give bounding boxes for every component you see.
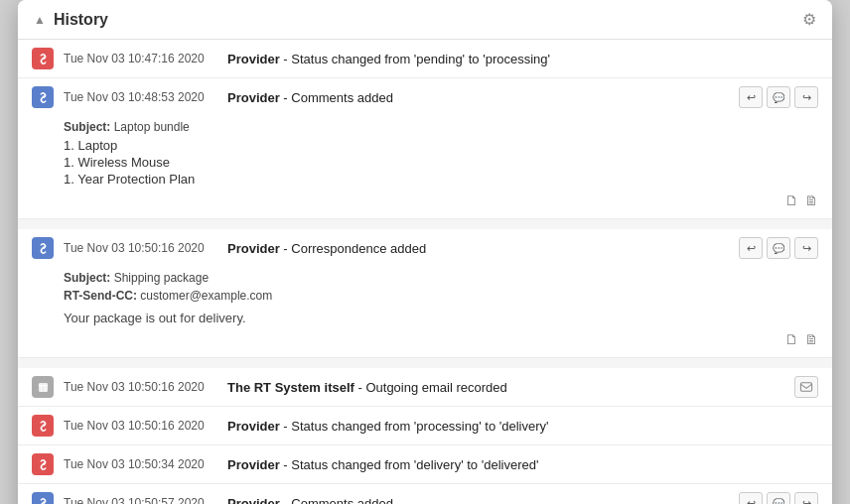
history-row: Tue Nov 03 10:50:57 2020Provider - Comme… [18,484,832,504]
history-header: ▲ History ⚙ [18,0,832,40]
reply-button[interactable]: ↩ [739,237,763,259]
rt-send-cc: RT-Send-CC: customer@example.com [64,289,818,303]
history-row: Tue Nov 03 10:50:34 2020Provider - Statu… [18,445,832,484]
file-icons: 🗋🗎 [64,192,818,208]
history-row: Tue Nov 03 10:48:53 2020Provider - Comme… [18,78,832,219]
comment-button[interactable]: 💬 [767,492,790,504]
row-timestamp: Tue Nov 03 10:50:16 2020 [64,380,217,394]
row-actions: ↩💬↪ [739,86,818,108]
row-main: Tue Nov 03 10:50:34 2020Provider - Statu… [18,445,832,483]
list-item: 1. Wireless Mouse [64,155,818,170]
item-list: 1. Laptop1. Wireless Mouse1. Year Protec… [64,138,818,187]
row-message: Provider - Status changed from 'processi… [227,419,818,434]
row-timestamp: Tue Nov 03 10:50:16 2020 [64,419,217,433]
forward-button[interactable]: ↪ [794,237,818,259]
row-main: Tue Nov 03 10:50:16 2020The RT System it… [18,368,832,406]
row-main: Tue Nov 03 10:47:16 2020Provider - Statu… [18,40,832,77]
comment-button[interactable]: 💬 [767,237,790,259]
row-actions: ↩💬↪ [739,237,818,259]
header-left: ▲ History [34,11,108,29]
file-icon[interactable]: 🗋 [784,192,798,208]
download-icon[interactable]: 🗎 [804,192,818,208]
row-icon-link [32,492,54,504]
subject-line: Subject: Laptop bundle [64,120,818,134]
spacer [18,358,832,368]
svg-rect-0 [38,382,47,391]
row-main: Tue Nov 03 10:48:53 2020Provider - Comme… [18,78,832,116]
row-message: Provider - Status changed from 'pending'… [227,52,818,66]
list-item: 1. Laptop [64,138,818,153]
file-icon[interactable]: 🗋 [784,331,798,347]
forward-button[interactable]: ↪ [794,492,818,504]
file-icons: 🗋🗎 [64,331,818,347]
page-title: History [54,11,108,29]
row-timestamp: Tue Nov 03 10:48:53 2020 [64,90,217,104]
row-icon-link [32,237,54,259]
row-timestamp: Tue Nov 03 10:50:16 2020 [64,241,217,255]
history-window: ▲ History ⚙ Tue Nov 03 10:47:16 2020Prov… [18,0,832,504]
row-timestamp: Tue Nov 03 10:50:57 2020 [64,496,217,504]
row-timestamp: Tue Nov 03 10:47:16 2020 [64,52,217,65]
envelope-action-button[interactable] [794,376,818,398]
row-icon-link [32,415,54,437]
list-item: 1. Year Protection Plan [64,172,818,187]
row-main: Tue Nov 03 10:50:57 2020Provider - Comme… [18,484,832,504]
row-message: Provider - Status changed from 'delivery… [227,457,818,472]
expanded-content: Subject: Laptop bundle1. Laptop1. Wirele… [18,116,832,218]
row-message: Provider - Correspondence added [227,241,729,256]
subject-line: Subject: Shipping package [64,271,818,285]
download-icon[interactable]: 🗎 [804,331,818,347]
row-timestamp: Tue Nov 03 10:50:34 2020 [64,457,217,471]
row-icon-box [32,376,54,398]
history-row: Tue Nov 03 10:50:16 2020Provider - Corre… [18,229,832,358]
row-icon-link [32,86,54,108]
spacer [18,219,832,229]
row-icon-link [32,453,54,475]
collapse-icon[interactable]: ▲ [34,13,46,27]
history-row: Tue Nov 03 10:50:16 2020The RT System it… [18,368,832,407]
row-message: The RT System itself - Outgoing email re… [227,380,784,395]
expanded-content: Subject: Shipping packageRT-Send-CC: cus… [18,267,832,357]
row-actions [794,376,818,398]
reply-button[interactable]: ↩ [739,492,763,504]
body-text: Your package is out for delivery. [64,309,818,325]
row-main: Tue Nov 03 10:50:16 2020Provider - Corre… [18,229,832,267]
comment-button[interactable]: 💬 [767,86,790,108]
row-actions: ↩💬↪ [739,492,818,504]
row-message: Provider - Comments added [227,90,729,105]
gear-icon[interactable]: ⚙ [802,10,816,29]
row-message: Provider - Comments added [227,496,729,505]
row-main: Tue Nov 03 10:50:16 2020Provider - Statu… [18,407,832,444]
history-list: Tue Nov 03 10:47:16 2020Provider - Statu… [18,40,832,504]
forward-button[interactable]: ↪ [794,86,818,108]
reply-button[interactable]: ↩ [739,86,763,108]
svg-rect-1 [800,383,811,391]
history-row: Tue Nov 03 10:47:16 2020Provider - Statu… [18,40,832,78]
row-icon-link [32,48,54,69]
history-row: Tue Nov 03 10:50:16 2020Provider - Statu… [18,407,832,445]
